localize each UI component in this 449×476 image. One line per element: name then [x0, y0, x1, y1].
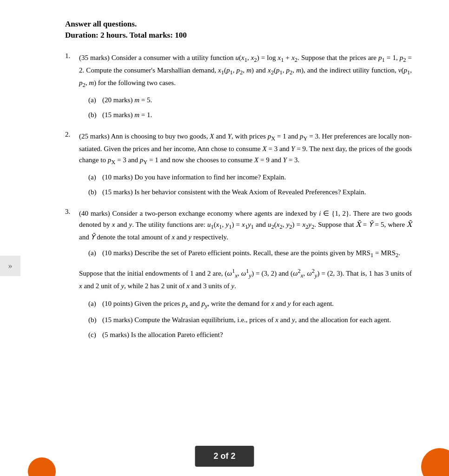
question-1-text: (35 marks) Consider a consumer with a ut… [79, 52, 412, 90]
question-1-subquestions: (a) (20 marks) m = 5. (b) (15 marks) m =… [88, 94, 412, 120]
question-2a-label: (a) [88, 172, 102, 183]
question-3: 3. (40 marks) Consider a two-person exch… [65, 208, 412, 340]
question-3a2-text: (10 points) Given the prices px and py, … [102, 298, 412, 311]
question-3-subquestions-second: (a) (10 points) Given the prices px and … [88, 298, 412, 340]
question-2a-text: (10 marks) Do you have information to fi… [102, 172, 412, 183]
question-3a: (a) (10 marks) Describe the set of Paret… [88, 247, 412, 260]
question-1b-text: (15 marks) m = 1. [102, 109, 412, 120]
page-indicator[interactable]: 2 of 2 [195, 446, 254, 467]
question-1: 1. (35 marks) Consider a consumer with a… [65, 52, 412, 120]
header-line1: Answer all questions. [65, 19, 412, 30]
question-3b-label: (b) [88, 314, 102, 325]
question-3-text: (40 marks) Consider a two-person exchang… [79, 208, 412, 243]
question-1a: (a) (20 marks) m = 5. [88, 94, 412, 106]
decorative-orange-circle-right [421, 448, 449, 476]
question-2-text: (25 marks) Ann is choosing to buy two go… [79, 131, 412, 167]
question-3a2-label: (a) [88, 298, 102, 309]
question-2-number: 2. [65, 131, 70, 139]
question-1a-label: (a) [88, 94, 102, 106]
question-3a-text: (10 marks) Describe the set of Pareto ef… [102, 247, 412, 260]
exam-header: Answer all questions. Duration: 2 hours.… [65, 19, 412, 41]
question-2b: (b) (15 marks) Is her behavior consisten… [88, 186, 412, 198]
question-3-number: 3. [65, 208, 70, 216]
suppose-paragraph: Suppose that the initial endowments of 1… [79, 266, 412, 291]
header-line2: Duration: 2 hours. Total marks: 100 [65, 30, 412, 41]
chevron-right-icon: » [8, 261, 13, 271]
question-1b-label: (b) [88, 109, 102, 120]
question-2b-label: (b) [88, 186, 102, 198]
question-3c: (c) (5 marks) Is the allocation Pareto e… [88, 329, 412, 340]
question-2: 2. (25 marks) Ann is choosing to buy two… [65, 131, 412, 198]
question-2b-text: (15 marks) Is her behavior consistent wi… [102, 186, 412, 198]
question-3b-text: (15 marks) Compute the Walrasian equilib… [102, 314, 412, 325]
sidebar-navigation-arrow[interactable]: » [0, 256, 20, 276]
page-container: » Answer all questions. Duration: 2 hour… [0, 0, 449, 476]
question-3a-label: (a) [88, 247, 102, 258]
question-3b: (b) (15 marks) Compute the Walrasian equ… [88, 314, 412, 325]
question-3c-label: (c) [88, 329, 102, 340]
question-2-subquestions: (a) (10 marks) Do you have information t… [88, 172, 412, 198]
question-1-number: 1. [65, 52, 70, 60]
decorative-orange-circle-left [28, 457, 56, 476]
question-2a: (a) (10 marks) Do you have information t… [88, 172, 412, 183]
question-3a2: (a) (10 points) Given the prices px and … [88, 298, 412, 311]
question-1a-text: (20 marks) m = 5. [102, 94, 412, 106]
questions-list: 1. (35 marks) Consider a consumer with a… [65, 52, 412, 340]
question-1b: (b) (15 marks) m = 1. [88, 109, 412, 120]
question-3-subquestions-first: (a) (10 marks) Describe the set of Paret… [88, 247, 412, 260]
question-3c-text: (5 marks) Is the allocation Pareto effic… [102, 329, 412, 340]
